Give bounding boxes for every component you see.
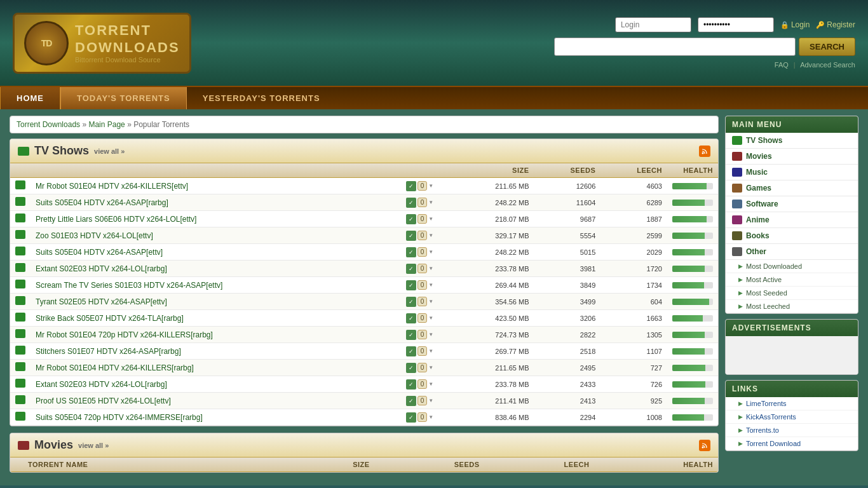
row-leech: 6289 [600, 194, 667, 211]
verify-cell: ✓ 0 ▼ [406, 181, 447, 191]
tv-table: SIZE SEEDS LEECH HEALTH Mr Robot S01E04 … [10, 163, 718, 426]
comment-badge: 0 [417, 264, 428, 273]
movies-rss-icon[interactable] [699, 440, 710, 451]
torrent-link[interactable]: Mr Robot S01E04 720p HDTV x264-KILLERS[r… [36, 330, 213, 339]
movies-section: Movies view all » TORRENT NAME SIZE SEED… [10, 433, 719, 473]
row-verify: ✓ 0 ▼ [401, 277, 452, 294]
password-input[interactable] [698, 17, 774, 32]
sidebar-movies-label: Movies [746, 152, 772, 161]
row-health [667, 194, 718, 211]
sidebar-item-movies[interactable]: Movies [726, 149, 858, 165]
arrow-icon-lime: ▶ [738, 400, 743, 407]
tv-table-row: Zoo S01E03 HDTV x264-LOL[ettv] ✓ 0 ▼ 329… [10, 227, 718, 244]
most-leeched-label: Most Leeched [746, 302, 790, 310]
link-limetorrents[interactable]: ▶ LimeTorrents [726, 397, 858, 410]
verify-check-icon: ✓ [406, 247, 416, 257]
row-icon [10, 261, 31, 277]
torrent-link[interactable]: Pretty Little Liars S06E06 HDTV x264-LOL… [36, 215, 196, 224]
sidebar-item-anime[interactable]: Anime [726, 212, 858, 228]
register-button[interactable]: 🔑 Register [816, 20, 855, 29]
torrent-link[interactable]: Strike Back S05E07 HDTV x264-TLA[rarbg] [36, 314, 184, 323]
row-health [667, 393, 718, 409]
row-verify: ✓ 0 ▼ [401, 393, 452, 409]
nav-today[interactable]: TODAY'S TORRENTS [60, 87, 187, 109]
row-leech: 604 [600, 294, 667, 310]
sidebar-most-active[interactable]: ▶ Most Active [726, 273, 858, 287]
torrent-link[interactable]: Stitchers S01E07 HDTV x264-ASAP[rarbg] [36, 347, 181, 356]
sidebar-item-music[interactable]: Music [726, 165, 858, 180]
anime-icon [732, 215, 742, 224]
nav-home[interactable]: HOME [0, 87, 60, 109]
sidebar-item-other[interactable]: Other [726, 244, 858, 260]
torrent-link[interactable]: Mr Robot S01E04 HDTV x264-KILLERS[rarbg] [36, 363, 194, 372]
advanced-search-link[interactable]: Advanced Search [800, 61, 855, 69]
sidebar-item-books[interactable]: Books [726, 228, 858, 244]
logo-box: TD TORRENTDOWNLOADS Bittorrent Download … [13, 13, 191, 74]
torrent-link[interactable]: Proof US S01E05 HDTV x264-LOL[ettv] [36, 396, 171, 405]
row-seeds: 5554 [534, 227, 601, 244]
row-icon [10, 194, 31, 211]
tv-shows-section: TV Shows view all » SIZE SEEDS LEECH [10, 139, 719, 426]
main-menu-header: MAIN MENU [726, 116, 858, 133]
torrent-link[interactable]: Suits S05E04 HDTV x264-ASAP[rarbg] [36, 198, 168, 207]
tv-section-icon [18, 147, 29, 156]
torrent-link[interactable]: Suits S05E04 720p HDTV x264-IMMERSE[rarb… [36, 413, 203, 422]
link-kickasstorrents[interactable]: ▶ KickAssTorrents [726, 410, 858, 424]
movies-view-all-link[interactable]: view all » [78, 442, 109, 449]
books-icon [732, 231, 742, 240]
row-size: 423.50 MB [452, 310, 534, 327]
torrent-link[interactable]: Scream The TV Series S01E03 HDTV x264-AS… [36, 281, 222, 290]
torrent-link[interactable]: Extant S02E03 HDTV x264-LOL[rarbg] [36, 380, 167, 389]
nav-yesterday[interactable]: YESTERDAY'S TORRENTS [187, 87, 336, 109]
comment-badge: 0 [417, 247, 428, 257]
faq-link[interactable]: FAQ [775, 61, 789, 69]
row-seeds: 2518 [534, 343, 601, 360]
sidebar-books-label: Books [746, 231, 770, 240]
sidebar-most-seeded[interactable]: ▶ Most Seeded [726, 287, 858, 300]
tv-table-row: Stitchers S01E07 HDTV x264-ASAP[rarbg] ✓… [10, 343, 718, 360]
movies-table: TORRENT NAME SIZE SEEDS LEECH HEALTH [10, 458, 718, 472]
torrent-link[interactable]: Zoo S01E03 HDTV x264-LOL[ettv] [36, 231, 153, 240]
sidebar-most-downloaded[interactable]: ▶ Most Downloaded [726, 260, 858, 273]
row-health [667, 244, 718, 261]
other-icon [732, 247, 742, 256]
row-verify: ✓ 0 ▼ [401, 244, 452, 261]
row-icon [10, 244, 31, 261]
sidebar-item-software[interactable]: Software [726, 196, 858, 212]
tv-row-icon [15, 263, 25, 272]
link-torrent-download[interactable]: ▶ Torrent Download [726, 437, 858, 451]
health-fill [672, 216, 707, 222]
tv-rss-icon[interactable] [699, 146, 710, 157]
login-input[interactable] [615, 17, 691, 32]
ads-section: ADVERTISEMENTS [725, 319, 858, 375]
breadcrumb-main[interactable]: Main Page [88, 120, 125, 129]
breadcrumb-home[interactable]: Torrent Downloads [17, 120, 80, 129]
sidebar-most-leeched[interactable]: ▶ Most Leeched [726, 300, 858, 313]
row-health [667, 310, 718, 327]
movie-icon [732, 152, 742, 161]
link-torrents-to[interactable]: ▶ Torrents.to [726, 424, 858, 437]
health-fill [672, 183, 707, 189]
sidebar-item-games[interactable]: Games [726, 180, 858, 196]
row-name: Extant S02E03 HDTV x264-LOL[rarbg] [31, 261, 401, 277]
verify-cell: ✓ 0 ▼ [406, 297, 447, 307]
row-verify: ✓ 0 ▼ [401, 294, 452, 310]
torrent-link[interactable]: Extant S02E03 HDTV x264-LOL[rarbg] [36, 264, 167, 273]
torrent-link[interactable]: Mr Robot S01E04 HDTV x264-KILLERS[ettv] [36, 182, 188, 191]
limetorrents-label: LimeTorrents [746, 400, 787, 407]
torrent-link[interactable]: Tyrant S02E05 HDTV x264-ASAP[ettv] [36, 297, 167, 306]
row-health [667, 294, 718, 310]
ads-header: ADVERTISEMENTS [726, 320, 858, 336]
login-button[interactable]: 🔒 Login [780, 20, 810, 29]
search-button[interactable]: SEARCH [799, 37, 855, 56]
logo-title: TORRENTDOWNLOADS [75, 22, 180, 56]
row-leech: 1887 [600, 211, 667, 227]
tv-view-all-link[interactable]: view all » [94, 147, 125, 155]
row-health [667, 360, 718, 376]
torrent-link[interactable]: Suits S05E04 HDTV x264-ASAP[ettv] [36, 248, 163, 257]
row-health [667, 376, 718, 393]
sidebar-item-tvshows[interactable]: TV Shows [726, 133, 858, 149]
health-bar [672, 299, 713, 305]
search-input[interactable] [554, 37, 796, 56]
verify-check-icon: ✓ [406, 297, 416, 307]
